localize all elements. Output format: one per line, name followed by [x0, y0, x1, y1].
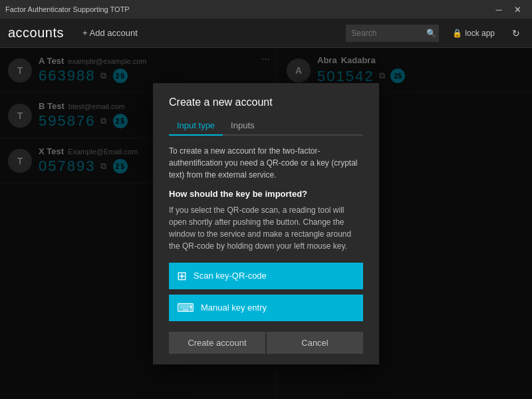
dialog-overlay: Create a new account Input type Inputs T…	[0, 48, 532, 399]
dialog-title: Create a new account	[169, 96, 363, 108]
add-account-button[interactable]: + Add account	[77, 25, 143, 41]
manual-key-label: Manual key entry	[201, 303, 267, 313]
lock-label: lock app	[465, 29, 495, 38]
close-button[interactable]: ✕	[508, 0, 527, 19]
tab-inputs[interactable]: Inputs	[223, 118, 262, 136]
app-title: accounts	[8, 25, 64, 41]
search-icon[interactable]: 🔍	[426, 29, 436, 38]
title-bar-controls: ─ ✕	[489, 0, 527, 19]
search-wrap: 🔍	[346, 25, 439, 42]
dialog-intro: To create a new account for the two-fact…	[169, 145, 363, 181]
dialog-tabs: Input type Inputs	[169, 118, 363, 136]
header-right: 🔍 🔒 lock app ↻	[346, 25, 524, 42]
add-account-label: + Add account	[82, 28, 138, 38]
main-area: T A Test example@example.com 663988 ⧉ 25…	[0, 48, 532, 399]
manual-key-button[interactable]: ⌨ Manual key entry	[169, 295, 363, 321]
cancel-button[interactable]: Cancel	[267, 332, 363, 354]
dialog-question: How should the key be imported?	[169, 189, 363, 199]
create-account-button[interactable]: Create account	[169, 332, 265, 354]
title-bar: Factor Authenticator Supporting TOTP ─ ✕	[0, 0, 532, 19]
minimize-button[interactable]: ─	[489, 0, 508, 19]
lock-app-button[interactable]: 🔒 lock app	[447, 26, 500, 41]
dialog-footer: Create account Cancel	[169, 332, 363, 354]
qr-icon: ⊞	[177, 269, 187, 283]
search-input[interactable]	[346, 25, 439, 42]
title-bar-text: Factor Authenticator Supporting TOTP	[5, 5, 130, 13]
tab-input-type[interactable]: Input type	[169, 118, 223, 136]
refresh-button[interactable]: ↻	[508, 25, 524, 41]
app-header: accounts + Add account 🔍 🔒 lock app ↻	[0, 19, 532, 48]
scan-qr-button[interactable]: ⊞ Scan key-QR-code	[169, 263, 363, 289]
scan-qr-label: Scan key-QR-code	[194, 271, 267, 281]
dialog-description: If you select the QR-code scan, a readin…	[169, 204, 363, 252]
keyboard-icon: ⌨	[177, 301, 194, 315]
create-account-dialog: Create a new account Input type Inputs T…	[153, 83, 379, 364]
lock-icon: 🔒	[452, 29, 462, 38]
